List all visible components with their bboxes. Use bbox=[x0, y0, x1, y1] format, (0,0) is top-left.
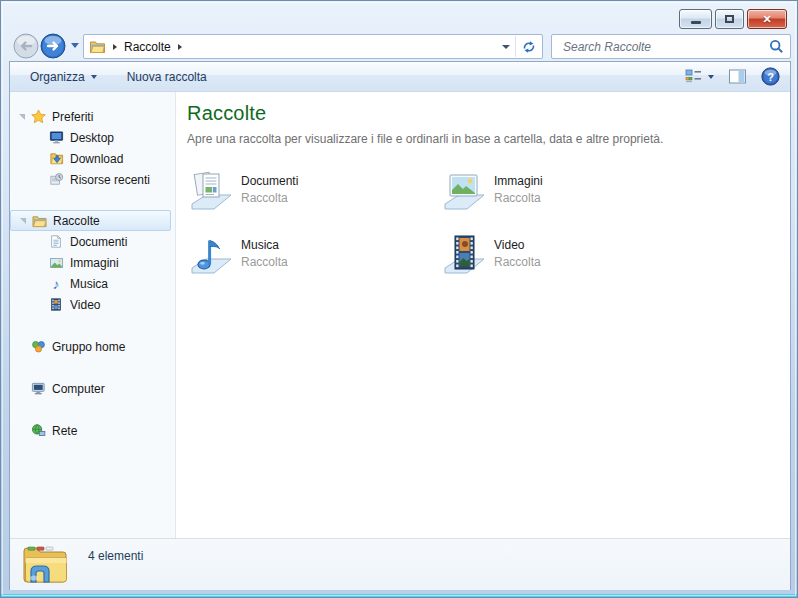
music-library-icon bbox=[187, 231, 235, 279]
sidebar-item-label: Rete bbox=[52, 424, 77, 438]
breadcrumb-location[interactable]: Raccolte bbox=[124, 40, 171, 54]
sidebar-item-desktop[interactable]: Desktop bbox=[10, 127, 175, 148]
sidebar-item-label: Risorse recenti bbox=[70, 173, 150, 187]
content-pane: Raccolte Apre una raccolta per visualizz… bbox=[176, 92, 790, 538]
maximize-button[interactable] bbox=[715, 9, 744, 29]
expand-arrow-icon[interactable] bbox=[16, 111, 28, 123]
chevron-down-icon bbox=[91, 75, 97, 79]
sidebar-item-documenti[interactable]: Documenti bbox=[10, 231, 175, 252]
toolbar-right-group: ? bbox=[685, 62, 780, 91]
star-icon bbox=[30, 109, 46, 125]
refresh-icon bbox=[522, 40, 536, 54]
sidebar-item-label: Immagini bbox=[70, 256, 119, 270]
breadcrumb-separator-icon[interactable] bbox=[113, 44, 117, 50]
music-note-icon: ♪ bbox=[48, 276, 64, 292]
library-type: Raccolta bbox=[494, 255, 541, 269]
navigation-pane: Preferiti Desktop Download bbox=[10, 92, 176, 538]
sidebar-item-label: Preferiti bbox=[52, 110, 93, 124]
navigation-bar: Raccolte bbox=[1, 31, 797, 61]
search-input[interactable] bbox=[561, 39, 769, 55]
nuova-raccolta-label: Nuova raccolta bbox=[127, 70, 207, 84]
organizza-button[interactable]: Organizza bbox=[22, 67, 105, 87]
title-bar[interactable]: ✕ bbox=[1, 1, 797, 31]
help-icon: ? bbox=[767, 71, 774, 83]
breadcrumb-separator-icon[interactable] bbox=[178, 44, 182, 50]
sidebar-item-download[interactable]: Download bbox=[10, 148, 175, 169]
sidebar-item-preferiti[interactable]: Preferiti bbox=[10, 106, 175, 127]
sidebar-spacer bbox=[10, 357, 175, 378]
homegroup-icon bbox=[30, 339, 46, 355]
sidebar-item-gruppo-home[interactable]: Gruppo home bbox=[10, 336, 175, 357]
sidebar-item-label: Raccolte bbox=[53, 214, 100, 228]
network-globe-icon bbox=[30, 423, 46, 439]
address-dropdown-button[interactable] bbox=[497, 35, 515, 58]
items-count: 4 elementi bbox=[88, 549, 143, 563]
library-type: Raccolta bbox=[241, 191, 298, 205]
chevron-down-icon bbox=[502, 45, 510, 49]
download-folder-icon bbox=[48, 151, 64, 167]
maximize-icon bbox=[725, 15, 734, 23]
command-toolbar: Organizza Nuova raccolta bbox=[10, 62, 790, 92]
sidebar-item-label: Gruppo home bbox=[52, 340, 125, 354]
video-film-icon bbox=[48, 297, 64, 313]
minimize-button[interactable] bbox=[679, 9, 712, 29]
close-icon: ✕ bbox=[762, 14, 771, 25]
library-type: Raccolta bbox=[241, 255, 288, 269]
sidebar-spacer bbox=[10, 315, 175, 336]
computer-icon bbox=[30, 381, 46, 397]
aero-edge-highlight bbox=[1, 594, 797, 597]
sidebar-item-computer[interactable]: Computer bbox=[10, 378, 175, 399]
sidebar-item-immagini[interactable]: Immagini bbox=[10, 252, 175, 273]
library-type: Raccolta bbox=[494, 191, 543, 205]
pictures-icon bbox=[48, 255, 64, 271]
sidebar-item-risorse-recenti[interactable]: Risorse recenti bbox=[10, 169, 175, 190]
sidebar-item-video[interactable]: Video bbox=[10, 294, 175, 315]
help-button[interactable]: ? bbox=[761, 67, 780, 86]
sidebar-item-rete[interactable]: Rete bbox=[10, 420, 175, 441]
chevron-down-icon[interactable] bbox=[708, 75, 714, 79]
back-button[interactable] bbox=[13, 33, 39, 59]
status-bar: 4 elementi bbox=[10, 538, 790, 591]
library-item-musica[interactable]: Musica Raccolta bbox=[187, 231, 440, 283]
library-name: Video bbox=[494, 238, 541, 252]
library-name: Immagini bbox=[494, 174, 543, 188]
search-box bbox=[551, 34, 791, 59]
recent-pages-chevron-icon[interactable] bbox=[71, 43, 79, 48]
preview-pane-button[interactable] bbox=[729, 69, 746, 84]
sidebar-item-label: Download bbox=[70, 152, 123, 166]
address-bar[interactable]: Raccolte bbox=[83, 34, 543, 59]
sidebar-spacer bbox=[10, 399, 175, 420]
forward-button[interactable] bbox=[40, 33, 66, 59]
library-item-documenti[interactable]: Documenti Raccolta bbox=[187, 167, 440, 219]
library-grid: Documenti Raccolta Imm bbox=[187, 167, 790, 283]
desktop-icon bbox=[48, 130, 64, 146]
sidebar-spacer bbox=[10, 190, 175, 210]
expand-arrow-icon[interactable] bbox=[17, 215, 29, 227]
sidebar-item-label: Computer bbox=[52, 382, 105, 396]
libraries-folder-icon bbox=[31, 213, 47, 229]
client-area: Organizza Nuova raccolta bbox=[9, 61, 791, 592]
refresh-button[interactable] bbox=[516, 35, 542, 58]
recent-places-icon bbox=[48, 172, 64, 188]
library-name: Musica bbox=[241, 238, 288, 252]
sidebar-item-raccolte[interactable]: Raccolte bbox=[10, 210, 171, 231]
documents-library-icon bbox=[187, 167, 235, 215]
search-icon[interactable] bbox=[769, 39, 784, 54]
library-name: Documenti bbox=[241, 174, 298, 188]
sidebar-item-musica[interactable]: ♪ Musica bbox=[10, 273, 175, 294]
page-title: Raccolte bbox=[187, 102, 790, 125]
library-item-video[interactable]: Video Raccolta bbox=[440, 231, 740, 283]
sidebar-item-label: Documenti bbox=[70, 235, 127, 249]
pictures-library-icon bbox=[440, 167, 488, 215]
views-icon bbox=[685, 69, 702, 84]
explorer-window: ✕ Raccolte bbox=[0, 0, 798, 598]
sidebar-item-label: Musica bbox=[70, 277, 108, 291]
page-description: Apre una raccolta per visualizzare i fil… bbox=[187, 132, 790, 146]
libraries-folder-large-icon bbox=[22, 542, 70, 588]
change-view-button[interactable] bbox=[685, 69, 714, 84]
library-item-immagini[interactable]: Immagini Raccolta bbox=[440, 167, 740, 219]
nuova-raccolta-button[interactable]: Nuova raccolta bbox=[119, 67, 215, 87]
window-controls: ✕ bbox=[679, 9, 787, 29]
video-library-icon bbox=[440, 231, 488, 279]
close-button[interactable]: ✕ bbox=[747, 9, 787, 29]
